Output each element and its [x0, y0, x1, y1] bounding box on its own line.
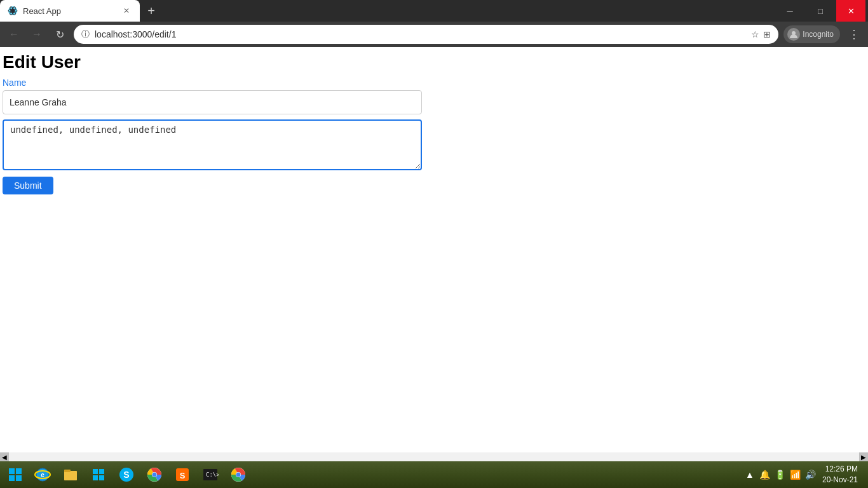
system-tray: ▲ 🔔 🔋 📶 🔊 12:26 PM 20-Nov-21: [743, 463, 865, 487]
tab-bar: React App ✕ + ─ □ ✕: [0, 0, 868, 22]
svg-rect-14: [64, 470, 71, 472]
svg-rect-9: [16, 475, 22, 481]
back-button[interactable]: ←: [5, 25, 23, 43]
clock-time: 12:26 PM: [825, 464, 858, 475]
browser-menu-button[interactable]: ⋮: [845, 25, 863, 43]
window-controls: ─ □ ✕: [775, 0, 868, 22]
scroll-right-arrow[interactable]: ▶: [859, 452, 868, 461]
tray-arrow-icon[interactable]: ▲: [743, 463, 756, 487]
svg-rect-8: [9, 475, 15, 481]
url-icons: ☆ ⊞: [751, 29, 771, 39]
tray-signal-icon[interactable]: 📶: [789, 463, 802, 487]
clock-date: 20-Nov-21: [822, 475, 858, 485]
taskbar-ie-icon[interactable]: e: [29, 463, 56, 487]
svg-text:S: S: [123, 470, 129, 480]
taskbar-store-icon[interactable]: [85, 463, 112, 487]
svg-rect-7: [16, 468, 22, 474]
taskbar-cmd-icon[interactable]: C:\>_: [197, 463, 224, 487]
tray-volume-icon[interactable]: 🔊: [804, 463, 817, 487]
svg-rect-17: [93, 475, 98, 480]
name-label: Name: [3, 78, 865, 88]
taskbar-explorer-icon[interactable]: [57, 463, 84, 487]
close-button[interactable]: ✕: [836, 0, 865, 22]
svg-text:S: S: [180, 471, 186, 480]
page-content: Edit User Name undefined, undefined, und…: [0, 47, 868, 452]
new-tab-button[interactable]: +: [142, 2, 160, 20]
svg-text:e: e: [41, 471, 44, 478]
url-bar[interactable]: ⓘ localhost:3000/edit/1 ☆ ⊞: [74, 25, 778, 44]
taskbar-chrome-icon[interactable]: [141, 463, 168, 487]
svg-point-24: [153, 473, 157, 477]
svg-point-31: [236, 473, 241, 477]
svg-rect-13: [64, 471, 77, 480]
taskbar-chrome2-icon[interactable]: [225, 463, 252, 487]
active-tab[interactable]: React App ✕: [0, 0, 140, 22]
name-input[interactable]: [3, 90, 422, 114]
tray-notification-icon[interactable]: 🔔: [759, 463, 771, 487]
refresh-button[interactable]: ↻: [51, 25, 69, 43]
tray-battery-icon[interactable]: 🔋: [774, 463, 787, 487]
tab-title: React App: [23, 6, 116, 16]
address-textarea[interactable]: undefined, undefined, undefined: [3, 119, 422, 170]
tab-favicon: [8, 6, 18, 16]
start-button[interactable]: [3, 463, 28, 487]
taskbar-skype-icon[interactable]: S: [113, 463, 140, 487]
system-clock[interactable]: 12:26 PM 20-Nov-21: [820, 464, 860, 485]
scroll-left-arrow[interactable]: ◀: [0, 452, 9, 461]
svg-rect-6: [9, 468, 15, 474]
page-title: Edit User: [3, 52, 865, 72]
tab-close-button[interactable]: ✕: [121, 5, 132, 17]
lock-icon: ⓘ: [81, 29, 90, 40]
browser-chrome: React App ✕ + ─ □ ✕ ← → ↻ ⓘ localhost:30…: [0, 0, 868, 47]
incognito-icon: [787, 28, 800, 41]
url-text: localhost:3000/edit/1: [95, 29, 746, 39]
horizontal-scrollbar[interactable]: ◀ ▶: [0, 452, 868, 461]
taskbar-sublime-icon[interactable]: S: [169, 463, 196, 487]
address-bar: ← → ↻ ⓘ localhost:3000/edit/1 ☆ ⊞ Incogn…: [0, 22, 868, 47]
puzzle-icon[interactable]: ⊞: [763, 29, 771, 39]
svg-text:C:\>_: C:\>_: [206, 471, 219, 478]
minimize-button[interactable]: ─: [775, 0, 804, 22]
svg-rect-16: [99, 469, 104, 474]
maximize-button[interactable]: □: [806, 0, 835, 22]
incognito-badge[interactable]: Incognito: [783, 25, 840, 43]
incognito-label: Incognito: [803, 30, 834, 39]
scroll-track[interactable]: [9, 452, 859, 461]
forward-button[interactable]: →: [28, 25, 46, 43]
star-icon[interactable]: ☆: [751, 29, 759, 39]
svg-rect-15: [93, 469, 98, 474]
taskbar: e S: [0, 461, 868, 488]
svg-rect-18: [99, 475, 104, 480]
submit-button[interactable]: Submit: [3, 177, 53, 194]
